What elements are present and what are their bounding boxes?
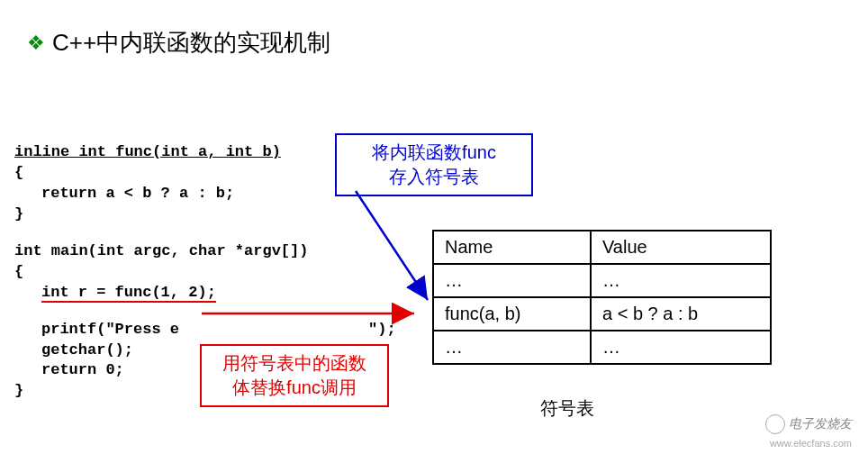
code-printf: printf("Press e"); — [41, 320, 396, 340]
code-printf-left: printf("Press e — [41, 321, 179, 338]
table-cell-value: a < b ? a : b — [591, 297, 771, 331]
table-header-name: Name — [433, 231, 591, 264]
table-cell-name: … — [433, 264, 591, 297]
watermark-text: 电子发烧友 — [789, 416, 852, 432]
page-title-row: ❖ C++中内联函数的实现机制 — [27, 27, 330, 59]
code-printf-right: "); — [368, 321, 396, 338]
code-brace: } — [14, 204, 396, 225]
code-func-call-text: int r = func(1, 2); — [41, 284, 216, 303]
table-cell-value: … — [591, 331, 771, 364]
code-func-call: int r = func(1, 2); — [41, 283, 396, 304]
table-cell-value: … — [591, 264, 771, 297]
table-header-row: Name Value — [433, 231, 771, 264]
watermark: 电子发烧友 — [765, 414, 852, 434]
table-cell-name: … — [433, 331, 591, 364]
page-title: C++中内联函数的实现机制 — [52, 27, 330, 59]
symbol-table: Name Value … … func(a, b) a < b ? a : b … — [432, 230, 772, 365]
annotation-red-line2: 体替换func调用 — [214, 376, 375, 400]
annotation-box-red: 用符号表中的函数 体替换func调用 — [200, 344, 389, 407]
bullet-icon: ❖ — [27, 32, 45, 55]
watermark-url: www.elecfans.com — [770, 438, 852, 449]
table-caption: 符号表 — [540, 396, 594, 421]
watermark-icon — [765, 414, 785, 434]
table-row: func(a, b) a < b ? a : b — [433, 297, 771, 331]
annotation-blue-line2: 存入符号表 — [349, 165, 519, 189]
table-header-value: Value — [591, 231, 771, 264]
table-row: … … — [433, 264, 771, 297]
table-row: … … — [433, 331, 771, 364]
annotation-blue-line1: 将内联函数func — [349, 141, 519, 165]
code-brace: { — [14, 262, 396, 283]
annotation-red-line1: 用符号表中的函数 — [214, 351, 375, 376]
code-main-signature: int main(int argc, char *argv[]) — [14, 241, 396, 262]
table-cell-name: func(a, b) — [433, 297, 591, 331]
annotation-box-blue: 将内联函数func 存入符号表 — [335, 133, 533, 196]
